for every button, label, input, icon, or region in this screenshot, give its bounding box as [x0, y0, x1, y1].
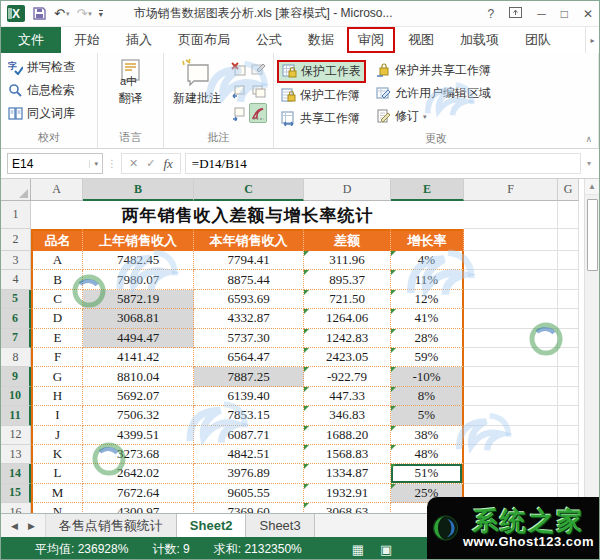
prev-sheet-icon[interactable]: ◀ — [11, 521, 18, 531]
new-comment-button[interactable]: 新建批注 — [167, 55, 227, 123]
cell-F2[interactable] — [464, 229, 558, 251]
cell-B9[interactable]: 8810.04 — [83, 367, 194, 386]
row-header-2[interactable]: 2 — [1, 229, 31, 251]
select-all-corner[interactable] — [1, 179, 31, 201]
undo-dropdown-icon[interactable]: ▾ — [66, 10, 70, 18]
sheet-tab-Sheet3[interactable]: Sheet3 — [246, 514, 314, 537]
cell-F11[interactable] — [464, 406, 558, 425]
cell-A13[interactable]: K — [31, 445, 83, 464]
collapse-ribbon-icon[interactable]: ∧ — [585, 134, 592, 144]
normal-view-icon[interactable]: ▦ — [352, 542, 364, 557]
cell-E13[interactable]: 48% — [391, 445, 464, 464]
help-button[interactable]: ? — [487, 7, 494, 21]
translate-button[interactable]: a中 翻译 — [102, 55, 160, 107]
cell-G2[interactable] — [558, 229, 579, 251]
cell-F3[interactable] — [464, 251, 558, 270]
cell-A15[interactable]: M — [31, 484, 83, 503]
row-header-7[interactable]: 7 — [1, 329, 31, 348]
cell-C13[interactable]: 4842.51 — [194, 445, 304, 464]
cell-B7[interactable]: 4494.47 — [83, 329, 194, 348]
cell-G14[interactable] — [558, 464, 579, 483]
cell-D7[interactable]: 1242.83 — [304, 329, 391, 348]
cell-B3[interactable]: 7482.45 — [83, 251, 194, 270]
cell-B14[interactable]: 2642.02 — [83, 464, 194, 483]
row-header-15[interactable]: 15 — [1, 484, 31, 503]
cell-B10[interactable]: 5692.07 — [83, 387, 194, 406]
sheet-tab-Sheet2[interactable]: Sheet2 — [177, 514, 247, 537]
cell-F9[interactable] — [464, 367, 558, 386]
tab-页面布局[interactable]: 页面布局 — [165, 27, 243, 53]
row-header-9[interactable]: 9 — [1, 367, 31, 386]
name-box[interactable]: E14 ▾ — [7, 153, 103, 174]
row-header-16[interactable]: 16 — [1, 503, 31, 513]
cell-F7[interactable] — [464, 329, 558, 348]
tab-开始[interactable]: 开始 — [61, 27, 113, 53]
cell-B16[interactable]: 4300.97 — [83, 503, 194, 513]
column-header-G[interactable]: G — [558, 179, 579, 201]
cell-A16[interactable]: N — [31, 503, 83, 513]
delete-comment-icon[interactable] — [229, 59, 247, 79]
cell-E14[interactable]: 51% — [391, 464, 464, 483]
row-header-4[interactable]: 4 — [1, 270, 31, 289]
cell-E10[interactable]: 8% — [391, 387, 464, 406]
cell-D5[interactable]: 721.50 — [304, 290, 391, 309]
cell-G5[interactable] — [558, 290, 579, 309]
cell-A7[interactable]: E — [31, 329, 83, 348]
cell-C2[interactable]: 本年销售收入 — [194, 229, 304, 251]
tab-公式[interactable]: 公式 — [243, 27, 295, 53]
cell-G11[interactable] — [558, 406, 579, 425]
cell-G12[interactable] — [558, 426, 579, 445]
cell-D3[interactable]: 311.96 — [304, 251, 391, 270]
column-header-E[interactable]: E — [391, 179, 464, 201]
insert-function-icon[interactable]: fx — [163, 156, 172, 172]
cell-C3[interactable]: 7794.41 — [194, 251, 304, 270]
cell-B4[interactable]: 7980.07 — [83, 270, 194, 289]
expand-formula-bar-icon[interactable]: ▾ — [585, 159, 593, 168]
cell-D9[interactable]: -922.79 — [304, 367, 391, 386]
cell-E5[interactable]: 12% — [391, 290, 464, 309]
show-comment-icon[interactable] — [229, 103, 247, 123]
cell-D11[interactable]: 346.83 — [304, 406, 391, 425]
protect-share-workbook-button[interactable]: 保护并共享工作簿 — [372, 60, 495, 81]
allow-users-edit-ranges-button[interactable]: 允许用户编辑区域 — [372, 83, 495, 104]
confirm-entry-icon[interactable]: ✓ — [146, 157, 155, 170]
save-icon[interactable] — [32, 6, 47, 21]
cell-C9[interactable]: 7887.25 — [194, 367, 304, 386]
cell-B8[interactable]: 4141.42 — [83, 348, 194, 367]
cell-B13[interactable]: 3273.68 — [83, 445, 194, 464]
cell-A14[interactable]: L — [31, 464, 83, 483]
tab-团队[interactable]: 团队 — [512, 27, 564, 53]
cell-A11[interactable]: I — [31, 406, 83, 425]
column-header-D[interactable]: D — [304, 179, 391, 201]
cell-B12[interactable]: 4399.51 — [83, 426, 194, 445]
edit-comment-icon[interactable] — [249, 59, 267, 79]
protect-sheet-button[interactable]: 保护工作表 — [277, 60, 366, 83]
cell-F12[interactable] — [464, 426, 558, 445]
customize-qat-icon[interactable]: ▾ — [99, 10, 103, 18]
row-header-13[interactable]: 13 — [1, 445, 31, 464]
track-changes-dropdown-icon[interactable]: ▾ — [423, 113, 427, 121]
share-workbook-button[interactable]: 共享工作簿 — [277, 108, 366, 129]
redo-button[interactable]: ↷▾ — [76, 6, 91, 21]
row-header-14[interactable]: 14 — [1, 464, 31, 483]
cell-A12[interactable]: J — [31, 426, 83, 445]
cell-E2[interactable]: 增长率 — [391, 229, 464, 251]
minimize-button[interactable]: ─ — [537, 7, 546, 21]
protect-workbook-button[interactable]: 保护工作簿 — [277, 85, 366, 106]
cell-A9[interactable]: G — [31, 367, 83, 386]
cell-D8[interactable]: 2423.05 — [304, 348, 391, 367]
cell-E9[interactable]: -10% — [391, 367, 464, 386]
row-header-12[interactable]: 12 — [1, 426, 31, 445]
next-comment-icon[interactable] — [249, 81, 267, 101]
cell-C8[interactable]: 6564.47 — [194, 348, 304, 367]
cell-D12[interactable]: 1688.20 — [304, 426, 391, 445]
maximize-button[interactable]: □ — [561, 7, 568, 21]
row-header-8[interactable]: 8 — [1, 348, 31, 367]
cancel-entry-icon[interactable]: ✕ — [129, 157, 138, 170]
tab-数据[interactable]: 数据 — [295, 27, 347, 53]
cell-F5[interactable] — [464, 290, 558, 309]
formula-bar-handle[interactable]: ⋮ — [107, 158, 117, 169]
row-header-5[interactable]: 5 — [1, 290, 31, 309]
cell-F10[interactable] — [464, 387, 558, 406]
row-header-6[interactable]: 6 — [1, 309, 31, 328]
